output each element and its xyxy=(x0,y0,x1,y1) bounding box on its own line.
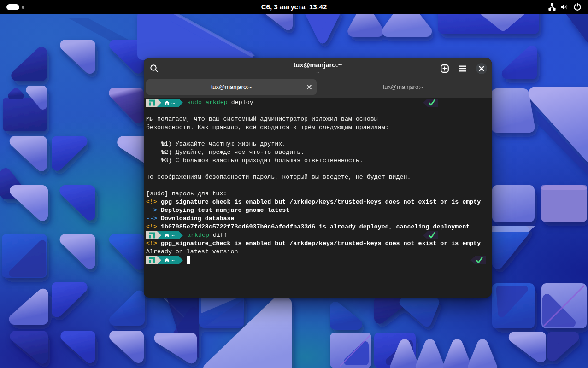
svg-text:~: ~ xyxy=(171,233,175,239)
svg-text:~: ~ xyxy=(171,257,175,264)
svg-text:~: ~ xyxy=(171,100,175,107)
